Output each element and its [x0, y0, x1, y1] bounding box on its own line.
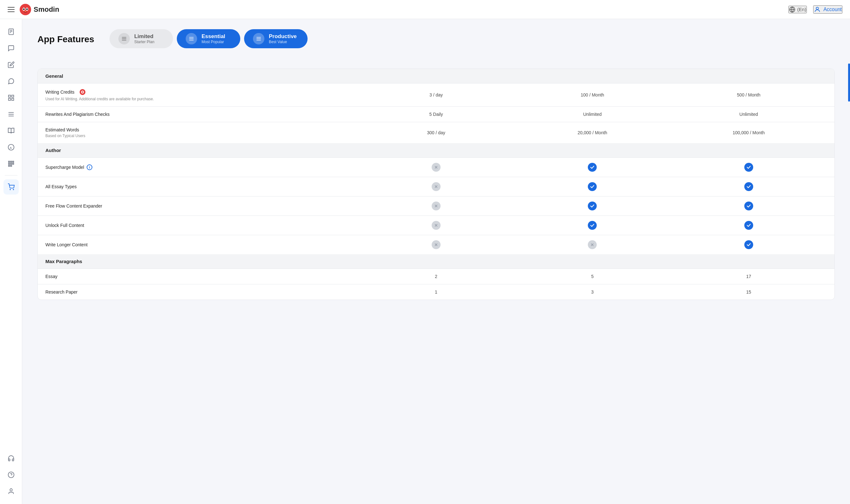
plan-productive-text: Productive Best Value — [269, 33, 297, 44]
section-header-author: Author — [38, 143, 834, 158]
feature-row-longer-content: Write Longer Content — [38, 235, 834, 254]
sidebar-item-help[interactable] — [3, 467, 19, 482]
feature-row-essay: Essay2517 — [38, 269, 834, 284]
feature-val-rewrites-0: 5 Daily — [358, 112, 514, 117]
feature-row-research-paper: Research Paper1315 — [38, 284, 834, 300]
svg-rect-23 — [8, 161, 10, 162]
feature-name-research-paper: Research Paper — [46, 289, 77, 294]
svg-rect-28 — [12, 163, 14, 164]
check-icon — [588, 201, 597, 211]
svg-text:A: A — [10, 146, 12, 149]
feature-row-essay-types: All Essay Types — [38, 177, 834, 196]
sidebar-item-book[interactable] — [3, 123, 19, 138]
menu-button[interactable] — [7, 7, 15, 12]
feature-val-essay-types-0 — [358, 182, 514, 191]
feature-val-estimated-words-0: 300 / day — [358, 130, 514, 135]
feature-val-essay-0: 2 — [358, 274, 514, 279]
feature-name-cell: Write Longer Content — [46, 242, 358, 247]
feature-val-content-expander-1 — [514, 201, 670, 211]
page-title: App Features — [37, 34, 94, 44]
plan-essential-sub: Most Popular — [202, 40, 224, 44]
svg-rect-27 — [11, 163, 12, 164]
feature-name-cell: All Essay Types — [46, 184, 358, 189]
account-button[interactable]: Account — [813, 5, 843, 14]
svg-point-35 — [10, 489, 12, 491]
svg-point-3 — [23, 8, 25, 10]
sidebar-item-cart[interactable] — [3, 179, 19, 195]
feature-val-supercharge-1 — [514, 163, 670, 172]
feature-name-cell: Rewrites And Plagiarism Checks — [46, 112, 358, 117]
sidebar-item-message[interactable] — [3, 74, 19, 89]
feature-row-supercharge: Supercharge Modeli — [38, 158, 834, 177]
feature-val-content-expander-0 — [358, 201, 514, 211]
svg-point-31 — [10, 189, 11, 190]
svg-point-9 — [816, 7, 818, 9]
feature-name-estimated-words: Estimated Words — [46, 127, 79, 132]
plan-button-limited[interactable]: Limited Starter Plan — [109, 29, 173, 48]
plan-essential-name: Essential — [202, 33, 225, 40]
plan-limited-sub: Starter Plan — [134, 40, 154, 44]
feature-name-essay-types: All Essay Types — [46, 184, 77, 189]
svg-rect-25 — [12, 161, 14, 162]
feature-val-research-paper-1: 3 — [514, 289, 670, 294]
sidebar-item-user[interactable] — [3, 484, 19, 499]
feature-name-cell: Estimated WordsBased on Typical Users — [46, 127, 358, 138]
feature-name-content-expander: Free Flow Content Expander — [46, 203, 102, 209]
info-icon[interactable]: i — [87, 164, 92, 170]
feature-name-essay: Essay — [46, 274, 57, 279]
feature-val-content-expander-2 — [671, 201, 827, 211]
feature-val-essay-2: 17 — [671, 274, 827, 279]
language-button[interactable]: (En) — [789, 6, 807, 13]
cross-icon — [432, 221, 440, 230]
check-icon — [744, 221, 753, 230]
feature-val-rewrites-2: Unlimited — [671, 112, 827, 117]
feature-row-writing-credits: Writing CreditsUsed for AI Writing. Addi… — [38, 83, 834, 106]
feature-sub-writing-credits: Used for AI Writing. Additional credits … — [46, 97, 358, 101]
svg-rect-16 — [12, 98, 13, 100]
feature-name-cell: Writing CreditsUsed for AI Writing. Addi… — [46, 89, 358, 101]
svg-rect-24 — [11, 161, 12, 162]
svg-rect-29 — [8, 165, 10, 167]
sidebar-item-chat[interactable] — [3, 41, 19, 56]
logo-text: Smodin — [34, 5, 59, 14]
logo-area: Smodin — [20, 4, 59, 15]
cross-icon — [432, 201, 440, 211]
feature-val-estimated-words-1: 20,000 / Month — [514, 130, 670, 135]
sidebar-item-support[interactable] — [3, 451, 19, 466]
cross-icon — [432, 163, 440, 172]
plan-button-productive[interactable]: Productive Best Value — [244, 29, 308, 48]
feature-val-research-paper-0: 1 — [358, 289, 514, 294]
check-icon — [744, 201, 753, 211]
sidebar-item-document[interactable] — [3, 24, 19, 39]
feature-name-cell: Unlock Full Content — [46, 223, 358, 228]
feature-row-full-content: Unlock Full Content — [38, 216, 834, 235]
feature-name-full-content: Unlock Full Content — [46, 223, 84, 228]
sidebar-item-edit[interactable] — [3, 57, 19, 72]
sidebar-item-grade[interactable]: A — [3, 140, 19, 155]
feature-name-cell: Supercharge Modeli — [46, 164, 358, 170]
feature-val-writing-credits-2: 500 / Month — [671, 92, 827, 97]
svg-point-0 — [20, 4, 31, 15]
feature-val-writing-credits-0: 3 / day — [358, 92, 514, 97]
plan-button-essential[interactable]: Essential Most Popular — [177, 29, 240, 48]
plan-limited-text: Limited Starter Plan — [134, 33, 154, 44]
feature-val-supercharge-2 — [671, 163, 827, 172]
feature-val-full-content-1 — [514, 221, 670, 230]
svg-rect-26 — [8, 163, 10, 164]
feature-sub-estimated-words: Based on Typical Users — [46, 133, 358, 138]
section-header-general: General — [38, 69, 834, 83]
sidebar-item-list[interactable] — [3, 107, 19, 122]
feature-val-full-content-2 — [671, 221, 827, 230]
app-layout: A App Features — [0, 0, 850, 504]
plan-productive-sub: Best Value — [269, 40, 287, 44]
topnav-left: Smodin — [7, 4, 59, 15]
check-icon — [588, 221, 597, 230]
cross-icon — [432, 182, 440, 191]
svg-rect-17 — [8, 98, 10, 100]
feature-name-cell: Research Paper — [46, 289, 358, 294]
feature-val-rewrites-1: Unlimited — [514, 112, 670, 117]
feature-val-essay-types-2 — [671, 182, 827, 191]
sidebar-item-apps[interactable] — [3, 156, 19, 172]
plan-productive-name: Productive — [269, 33, 297, 40]
sidebar-item-widget[interactable] — [3, 90, 19, 105]
